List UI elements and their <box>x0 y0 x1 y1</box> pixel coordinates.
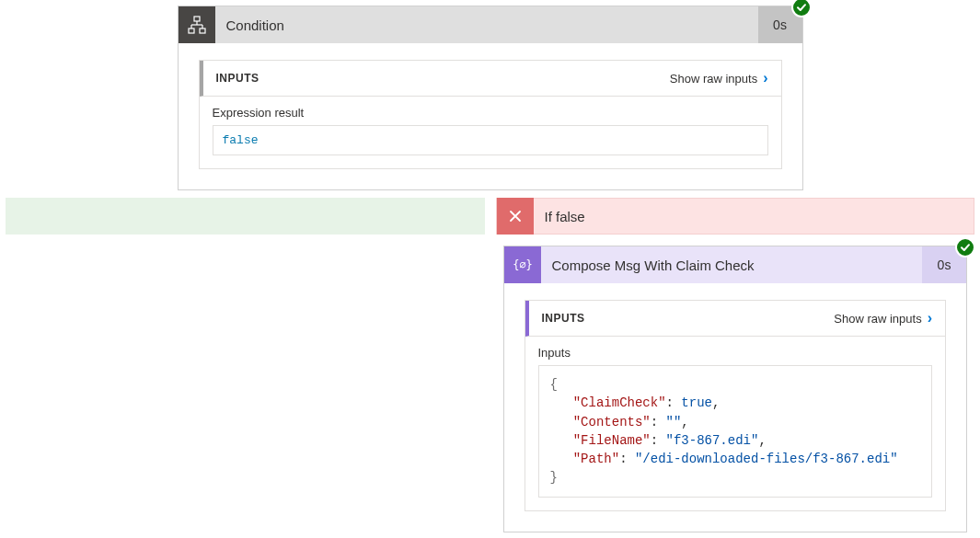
success-icon <box>791 0 812 17</box>
compose-card[interactable]: {∅} Compose Msg With Claim Check 0s INPU… <box>503 246 968 532</box>
success-icon <box>955 237 975 258</box>
inputs-panel-header: INPUTS Show raw inputs › <box>200 61 781 97</box>
close-icon <box>497 198 534 235</box>
chevron-right-icon: › <box>763 70 767 86</box>
inputs-panel: INPUTS Show raw inputs › Expression resu… <box>199 60 782 169</box>
chevron-right-icon: › <box>928 310 932 326</box>
branch-true-header[interactable] <box>6 198 485 235</box>
svg-rect-0 <box>194 17 200 21</box>
inputs-heading: Inputs <box>538 346 933 360</box>
branch-true <box>6 198 485 532</box>
inputs-panel-body: Expression result false <box>200 97 781 168</box>
expression-result-label: Expression result <box>213 106 768 120</box>
branch-false-header[interactable]: If false <box>496 198 975 235</box>
svg-rect-2 <box>200 29 205 33</box>
expression-result-value: false <box>213 125 768 155</box>
compose-body: INPUTS Show raw inputs › Inputs { "Claim… <box>504 283 967 532</box>
compose-header[interactable]: {∅} Compose Msg With Claim Check 0s <box>504 246 967 283</box>
inputs-label: INPUTS <box>216 72 259 85</box>
branch-false: If false {∅} Compose Msg With Claim Chec… <box>496 198 975 532</box>
condition-icon <box>179 6 215 43</box>
svg-rect-1 <box>189 29 194 33</box>
condition-card[interactable]: Condition 0s INPUTS Show raw inputs › Ex… <box>178 6 803 190</box>
compose-inputs-panel: INPUTS Show raw inputs › Inputs { "Claim… <box>525 300 947 511</box>
condition-header[interactable]: Condition 0s <box>179 6 802 43</box>
show-raw-inputs-button[interactable]: Show raw inputs › <box>834 310 932 326</box>
compose-title: Compose Msg With Claim Check <box>541 258 923 273</box>
compose-inputs-header: INPUTS Show raw inputs › <box>525 301 946 337</box>
branch-row: If false {∅} Compose Msg With Claim Chec… <box>0 198 980 532</box>
compose-icon: {∅} <box>504 246 541 283</box>
show-raw-label: Show raw inputs <box>670 72 757 86</box>
branch-false-content: {∅} Compose Msg With Claim Check 0s INPU… <box>496 235 975 532</box>
show-raw-label: Show raw inputs <box>834 312 921 326</box>
branch-false-title: If false <box>534 209 585 224</box>
show-raw-inputs-button[interactable]: Show raw inputs › <box>670 70 768 86</box>
inputs-json-value: { "ClaimCheck": true, "Contents": "", "F… <box>538 365 933 498</box>
compose-inputs-body: Inputs { "ClaimCheck": true, "Contents":… <box>525 337 946 510</box>
inputs-label: INPUTS <box>542 312 585 325</box>
svg-text:{∅}: {∅} <box>513 258 532 271</box>
condition-body: INPUTS Show raw inputs › Expression resu… <box>179 43 802 189</box>
condition-title: Condition <box>215 17 758 33</box>
